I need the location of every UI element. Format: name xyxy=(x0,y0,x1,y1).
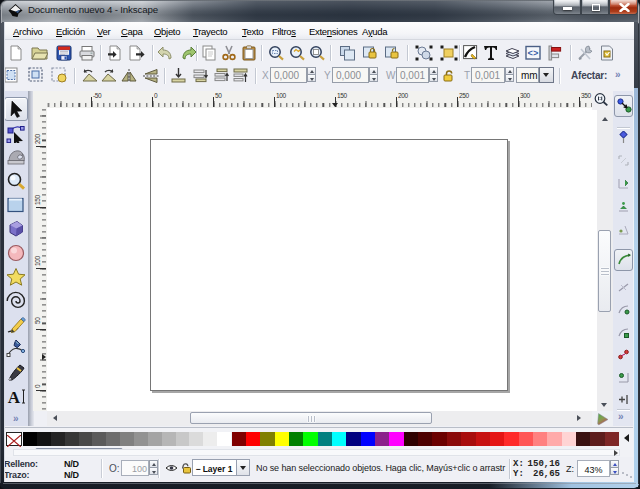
svg-text:<>: <> xyxy=(528,49,539,59)
svg-text:A: A xyxy=(8,388,21,407)
